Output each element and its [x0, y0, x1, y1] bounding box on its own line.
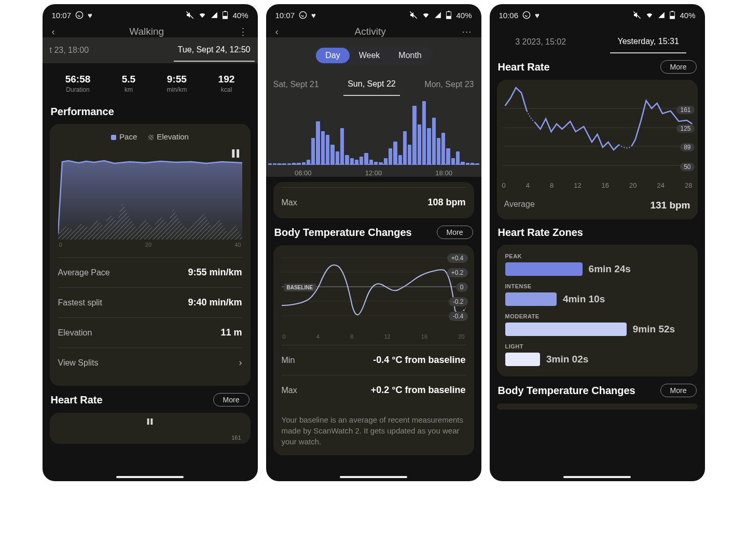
performance-card: Pace Elevation: [50, 124, 251, 386]
zones-card: PEAK 6min 24s INTENSE 4min 10s MODERATE …: [497, 245, 698, 376]
hr-chart[interactable]: 161 125 89 50: [497, 80, 698, 178]
seg-month[interactable]: Month: [389, 48, 431, 63]
stat-kcal: 192kcal: [218, 74, 235, 93]
temp-min-row: Min-0.4 °C from baseline: [282, 345, 466, 375]
whatsapp-icon: [299, 11, 307, 19]
date-active[interactable]: Tue, Sept 24, 12:50: [174, 39, 255, 62]
whatsapp-icon: [75, 11, 84, 19]
menu-icon[interactable]: ⋮: [238, 26, 248, 37]
hr-card-preview[interactable]: 161: [50, 413, 251, 444]
hr-average-row: Average131 bpm: [497, 189, 698, 219]
date-next[interactable]: Mon, Sept 23: [420, 74, 478, 95]
svg-rect-9: [151, 418, 153, 425]
svg-rect-6: [232, 149, 234, 158]
svg-point-20: [523, 11, 530, 18]
status-bar: 10:07 ♥ 40%: [266, 4, 481, 26]
mute-icon: [409, 11, 418, 19]
battery-text: 40%: [680, 11, 695, 20]
stats-row: 56:58Duration 5.5km 9:55min/km 192kcal: [50, 63, 251, 99]
date-tabs[interactable]: Sat, Sept 21 Sun, Sept 22 Mon, Sept 23: [266, 72, 481, 97]
whatsapp-icon: [522, 11, 531, 19]
temp-chart[interactable]: +0.4 +0.2 0 -0.2 -0.4 BASELINE: [282, 254, 466, 331]
max-bpm-row: Max108 bpm: [282, 188, 466, 217]
period-segmented[interactable]: Day Week Month: [314, 46, 433, 65]
temp-max-row: Max+0.2 °C from baseline: [282, 375, 466, 405]
legend-elevation: Elevation: [157, 132, 189, 141]
date-active[interactable]: Sun, Sept 22: [343, 73, 400, 96]
nav-header: ‹ Activity ⋯: [266, 26, 481, 37]
zone-peak: PEAK 6min 24s: [505, 253, 689, 276]
more-button[interactable]: More: [437, 226, 473, 239]
status-bar: 10:07 ♥ 40%: [43, 4, 258, 26]
more-button[interactable]: More: [660, 384, 697, 397]
svg-rect-3: [223, 16, 228, 19]
temp-title: Body Temperature Changes More: [274, 226, 473, 239]
home-indicator[interactable]: [116, 476, 184, 478]
signal-icon: [211, 11, 218, 19]
temp-card: +0.4 +0.2 0 -0.2 -0.4 BASELINE 048: [273, 245, 474, 455]
heart-icon: ♥: [535, 11, 540, 20]
date-tabs[interactable]: 3 2023, 15:02 Yesterday, 15:31: [490, 29, 705, 55]
performance-title: Performance: [51, 106, 250, 118]
status-bar: 10:06 ♥ 40%: [490, 4, 705, 26]
phone-walking: 10:07 ♥ 40% ‹ Walking ⋮ t 23: [43, 4, 258, 481]
status-time: 10:07: [52, 11, 72, 20]
zone-light: LIGHT 3min 02s: [505, 343, 689, 366]
page-title: Walking: [129, 26, 164, 37]
svg-rect-13: [447, 16, 451, 19]
home-indicator[interactable]: [340, 476, 407, 478]
hr-chart-card: 161 125 89 50 048 121620: [497, 80, 698, 219]
home-indicator[interactable]: [563, 476, 631, 478]
date-tabs[interactable]: t 23, 18:00 Tue, Sept 24, 12:50: [43, 37, 258, 63]
elevation-row: Elevation11 m: [58, 317, 242, 347]
hr-title: Heart Rate More: [498, 60, 697, 74]
baseline-info: Your baseline is an average of recent me…: [282, 414, 466, 447]
page-title: Activity: [355, 26, 386, 37]
seg-week[interactable]: Week: [350, 48, 390, 63]
menu-icon[interactable]: ⋯: [462, 26, 472, 37]
activity-bar-chart[interactable]: [268, 97, 479, 165]
wifi-icon: [422, 11, 430, 19]
back-icon[interactable]: ‹: [275, 26, 279, 37]
svg-rect-7: [237, 149, 239, 158]
temp-card-preview[interactable]: [497, 403, 698, 410]
signal-icon: [658, 11, 665, 19]
wifi-icon: [645, 11, 654, 19]
battery-text: 40%: [456, 11, 472, 20]
date-prev[interactable]: t 23, 18:00: [46, 39, 93, 61]
fastest-split-row: Fastest split9:40 min/km: [58, 287, 242, 317]
date-active[interactable]: Yesterday, 15:31: [610, 31, 686, 53]
avg-pace-row: Average Pace9:55 min/km: [58, 257, 242, 287]
seg-day[interactable]: Day: [316, 48, 349, 63]
svg-rect-23: [670, 16, 675, 19]
pace-elevation-chart[interactable]: [58, 146, 242, 240]
stat-distance: 5.5km: [122, 74, 135, 93]
date-prev[interactable]: 3 2023, 15:02: [508, 31, 573, 53]
heart-rate-title: Heart Rate More: [51, 393, 250, 407]
stat-pace: 9:55min/km: [167, 74, 187, 93]
heart-icon: ♥: [88, 11, 92, 20]
svg-point-10: [299, 11, 306, 18]
phone-heartrate: 10:06 ♥ 40% 3 2023, 15:02 Yesterday, 15:…: [490, 4, 705, 481]
temp-title: Body Temperature Changes More: [498, 384, 697, 397]
more-button[interactable]: More: [213, 393, 250, 407]
svg-rect-24: [672, 11, 674, 12]
battery-text: 40%: [232, 11, 248, 20]
stat-duration: 56:58Duration: [65, 74, 91, 93]
chevron-right-icon: ›: [239, 357, 242, 368]
svg-rect-8: [147, 418, 149, 425]
svg-rect-14: [448, 11, 450, 12]
nav-header: ‹ Walking ⋮: [43, 26, 258, 37]
view-splits-row[interactable]: View Splits›: [58, 347, 242, 377]
back-icon[interactable]: ‹: [52, 26, 55, 37]
mute-icon: [186, 11, 194, 19]
mute-icon: [633, 11, 641, 19]
zones-title: Heart Rate Zones: [498, 227, 697, 239]
battery-icon: [446, 11, 452, 19]
battery-icon: [669, 11, 675, 19]
zone-moderate: MODERATE 9min 52s: [505, 313, 689, 336]
date-prev[interactable]: Sat, Sept 21: [269, 74, 323, 95]
signal-icon: [434, 11, 441, 19]
legend-pace: Pace: [119, 132, 137, 141]
more-button[interactable]: More: [660, 60, 697, 74]
